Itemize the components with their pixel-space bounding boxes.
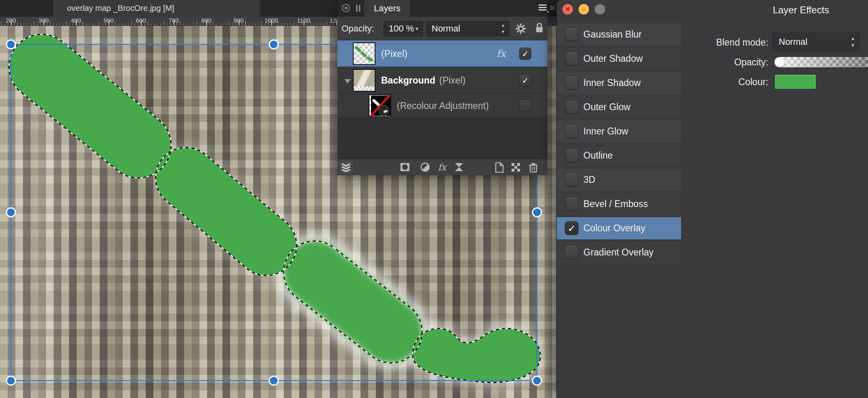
live-filter-button[interactable] — [452, 161, 466, 174]
layer-opacity-dropdown[interactable]: 100 % ▼ — [384, 21, 423, 36]
effect-checkbox[interactable] — [565, 149, 579, 162]
window-zoom-button-disabled — [595, 4, 605, 15]
layers-panel: Layers Opacity: 100 % ▼ Normal ▲ ▼ — [338, 0, 547, 175]
effect-label: Bevel / Emboss — [583, 193, 648, 215]
effect-row-outer-shadow[interactable]: Outer Shadow — [557, 48, 681, 70]
opacity-slider-knob[interactable] — [775, 57, 784, 67]
panel-divider-icon — [356, 5, 361, 13]
lock-icon[interactable] — [535, 22, 544, 35]
effect-colour-label: Colour: — [738, 77, 768, 88]
effect-label: Inner Shadow — [583, 72, 641, 94]
effect-row-bevel-emboss[interactable]: Bevel / Emboss — [557, 193, 681, 215]
effect-label: Gradient Overlay — [583, 241, 654, 264]
blend-mode-value: Normal — [779, 33, 807, 51]
layers-panel-controls: Opacity: 100 % ▼ Normal ▲ ▼ — [338, 17, 547, 40]
close-icon[interactable]: ✕ — [549, 3, 556, 13]
panel-menu-icon[interactable] — [539, 4, 549, 15]
selection-handle[interactable] — [269, 376, 278, 385]
layer-type-label: (Pixel) — [439, 67, 465, 94]
layer-type-label: (Recolour Adjustment) — [397, 94, 489, 118]
check-icon: ✓ — [522, 76, 529, 85]
layer-visibility-checkbox[interactable]: ✓ — [519, 48, 531, 60]
layers-list: (Pixel) fx ✓ Background (Pixel) ✓ — [338, 40, 547, 118]
layer-name-label: Background — [381, 67, 435, 94]
layers-panel-toolbar: fx — [338, 159, 547, 175]
stepper-icon: ▲ ▼ — [851, 35, 855, 49]
window-minimize-button[interactable]: – — [579, 4, 589, 15]
stepper-up-icon: ▲ — [851, 36, 855, 41]
layer-row-recolour-adjustment[interactable]: (Recolour Adjustment) — [338, 94, 547, 118]
effect-checkbox[interactable] — [565, 100, 579, 114]
effect-label: Outer Glow — [583, 96, 630, 118]
effect-checkbox[interactable] — [565, 76, 579, 90]
selection-handle[interactable] — [6, 40, 15, 49]
stepper-down-icon: ▼ — [851, 43, 855, 48]
effect-opacity-label: Opacity: — [734, 57, 768, 68]
effect-checkbox[interactable] — [565, 197, 579, 211]
selection-handle[interactable] — [6, 208, 15, 217]
selection-handle[interactable] — [269, 40, 278, 49]
effect-checkbox[interactable] — [565, 27, 579, 41]
opacity-label: Opacity: — [342, 17, 374, 40]
layer-effects-dialog: ✕ – Layer Effects Gaussian Blur Outer Sh… — [556, 0, 868, 398]
green-blob[interactable] — [0, 21, 185, 191]
effect-row-outline[interactable]: Outline — [557, 145, 681, 167]
effect-row-inner-shadow[interactable]: Inner Shadow — [557, 72, 681, 94]
blend-mode-label: Blend mode: — [716, 37, 768, 48]
tab-layers[interactable]: Layers — [364, 0, 410, 17]
effect-label: Outline — [583, 145, 613, 167]
effect-row-gradient-overlay[interactable]: Gradient Overlay — [557, 241, 681, 264]
effect-checkbox[interactable] — [565, 245, 579, 259]
layer-thumbnail[interactable] — [369, 94, 391, 117]
layer-effects-fx-button[interactable]: fx — [435, 161, 449, 174]
layer-thumbnail[interactable] — [353, 69, 375, 92]
dialog-title: Layer Effects — [751, 4, 851, 16]
disclosure-triangle-icon[interactable] — [343, 77, 352, 85]
layer-row-background[interactable]: Background (Pixel) ✓ — [338, 67, 547, 94]
layer-row-pixel[interactable]: (Pixel) fx ✓ — [338, 40, 547, 67]
effect-label: Outer Shadow — [583, 48, 643, 70]
layer-blend-mode-dropdown[interactable]: Normal ▲ ▼ — [426, 21, 509, 36]
effect-row-3d[interactable]: 3D — [557, 169, 681, 191]
selection-handle[interactable] — [533, 208, 541, 217]
layers-panel-tabbar: Layers — [338, 0, 547, 17]
layer-visibility-checkbox[interactable]: ✓ — [519, 74, 531, 86]
dropdown-arrow-icon: ▼ — [415, 21, 419, 36]
opacity-value: 100 % — [389, 21, 414, 36]
effect-checkbox[interactable] — [565, 124, 579, 138]
layer-type-label: (Pixel) — [381, 40, 407, 67]
colour-swatch[interactable] — [774, 74, 816, 90]
stepper-down-icon: ▼ — [501, 29, 505, 34]
effect-label: 3D — [583, 169, 595, 191]
window-close-button[interactable]: ✕ — [562, 4, 573, 15]
effect-blend-mode-dropdown[interactable]: Normal ▲ ▼ — [773, 33, 860, 51]
selection-handle[interactable] — [6, 376, 15, 385]
adjustment-layer-button[interactable] — [418, 161, 432, 174]
effect-row-colour-overlay[interactable]: ✓ Colour Overlay — [557, 217, 681, 239]
effect-row-inner-glow[interactable]: Inner Glow — [557, 120, 681, 142]
effect-opacity-slider[interactable] — [774, 57, 868, 68]
app-window: overlay map _BrocOre.jpg [M] 200 300 400… — [0, 0, 868, 398]
blend-mode-value: Normal — [432, 21, 460, 36]
add-layer-button[interactable] — [493, 161, 506, 174]
layers-list-empty-area — [338, 119, 547, 159]
check-icon: ✓ — [522, 49, 529, 59]
effect-label: Colour Overlay — [583, 217, 645, 239]
effect-checkbox[interactable] — [565, 173, 579, 186]
layer-visibility-checkbox[interactable] — [519, 100, 531, 112]
effect-row-outer-glow[interactable]: Outer Glow — [557, 96, 681, 118]
effect-row-gaussian-blur[interactable]: Gaussian Blur — [557, 23, 681, 46]
add-pixel-layer-button[interactable] — [509, 161, 522, 174]
effect-checkbox-checked[interactable]: ✓ — [565, 221, 579, 235]
selection-handle[interactable] — [533, 376, 541, 385]
panel-close-icon[interactable] — [342, 4, 351, 15]
layer-fx-badge[interactable]: fx — [497, 40, 505, 67]
delete-layer-trash-button[interactable] — [526, 161, 540, 174]
gear-icon[interactable] — [515, 23, 526, 36]
mask-layer-button[interactable] — [398, 161, 412, 174]
layer-thumbnail[interactable] — [353, 42, 375, 65]
effect-checkbox[interactable] — [565, 52, 579, 65]
check-icon: ✓ — [568, 223, 576, 234]
effect-label: Gaussian Blur — [583, 23, 642, 46]
layer-stack-button[interactable] — [339, 161, 353, 174]
